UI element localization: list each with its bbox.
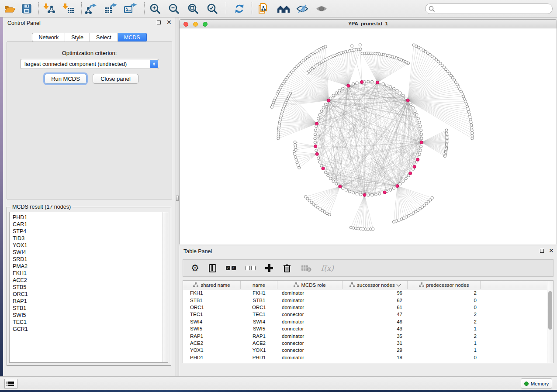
delete-column-icon[interactable] <box>283 262 291 274</box>
network-leaf-node[interactable] <box>297 164 299 166</box>
network-leaf-node[interactable] <box>294 146 297 148</box>
network-leaf-node[interactable] <box>270 106 273 108</box>
result-scrollbar[interactable] <box>162 212 168 362</box>
network-node[interactable] <box>318 113 321 116</box>
network-leaf-node[interactable] <box>277 137 280 140</box>
splitter-handle-icon[interactable] <box>176 196 179 201</box>
network-node[interactable] <box>314 129 317 131</box>
network-leaf-node[interactable] <box>359 44 361 46</box>
network-leaf-node[interactable] <box>306 72 308 74</box>
save-icon[interactable] <box>20 3 33 15</box>
tab-mcds[interactable]: MCDS <box>118 33 147 42</box>
network-leaf-node[interactable] <box>469 116 471 118</box>
network-leaf-node[interactable] <box>470 124 473 126</box>
mcds-hub-node[interactable] <box>347 84 350 87</box>
result-item[interactable]: TEC1 <box>10 319 168 326</box>
network-node[interactable] <box>315 149 318 152</box>
network-node[interactable] <box>335 182 338 185</box>
mcds-hub-node[interactable] <box>363 193 366 196</box>
network-node[interactable] <box>360 193 362 196</box>
zoom-out-icon[interactable] <box>167 3 180 15</box>
hide-details-icon[interactable] <box>296 3 309 15</box>
tab-style[interactable]: Style <box>65 33 90 42</box>
table-row[interactable]: ORC1ORC1dominator610 <box>183 304 553 311</box>
table-cell[interactable]: ACE2 <box>183 340 241 346</box>
result-item[interactable]: STB5 <box>10 284 168 291</box>
network-leaf-node[interactable] <box>471 134 474 137</box>
result-item[interactable]: PHD1 <box>10 214 168 221</box>
table-row[interactable]: PHD1PHD1dominator180 <box>183 354 553 361</box>
network-node[interactable] <box>402 94 405 97</box>
table-cell[interactable]: 35 <box>343 334 408 339</box>
table-cell[interactable]: YOX1 <box>183 347 241 353</box>
result-item[interactable]: SWI4 <box>10 249 168 256</box>
network-leaf-node[interactable] <box>294 144 297 146</box>
table-row[interactable]: ACE2ACE2connector311 <box>183 340 553 347</box>
network-leaf-node[interactable] <box>296 161 298 164</box>
mcds-hub-node[interactable] <box>383 191 386 194</box>
table-cell[interactable]: connector <box>277 347 343 353</box>
table-row[interactable]: SWI5SWI5connector431 <box>183 325 553 332</box>
export-table-icon[interactable] <box>104 3 117 15</box>
table-cell[interactable]: TEC1 <box>183 312 241 317</box>
network-node[interactable] <box>420 145 422 148</box>
table-cell[interactable]: 2 <box>408 312 481 317</box>
network-canvas[interactable] <box>180 28 557 244</box>
table-row[interactable]: TEC1TEC1connector472 <box>183 311 553 318</box>
tab-network[interactable]: Network <box>32 33 65 42</box>
table-row[interactable]: YOX1YOX1connector291 <box>183 347 553 354</box>
network-leaf-node[interactable] <box>465 103 467 105</box>
network-leaf-node[interactable] <box>398 219 400 221</box>
table-cell[interactable]: RAP1 <box>241 334 277 339</box>
table-cell[interactable]: ORC1 <box>183 305 241 310</box>
network-leaf-node[interactable] <box>372 228 374 230</box>
network-node[interactable] <box>324 103 327 106</box>
table-cell[interactable]: 1 <box>408 326 481 331</box>
mcds-hub-node[interactable] <box>409 172 412 175</box>
network-node[interactable] <box>378 193 381 195</box>
table-row[interactable]: RAP1RAP1dominator352 <box>183 332 553 339</box>
open-folder-icon[interactable] <box>3 3 17 15</box>
run-mcds-button[interactable]: Run MCDS <box>45 74 86 84</box>
network-node[interactable] <box>396 89 398 92</box>
mcds-hub-node[interactable] <box>406 99 409 102</box>
table-row[interactable]: SWI4SWI4dominator462 <box>183 318 553 325</box>
network-node[interactable] <box>318 161 321 163</box>
network-node[interactable] <box>332 180 335 182</box>
network-node[interactable] <box>324 171 327 174</box>
result-item[interactable]: ACE2 <box>10 277 168 284</box>
table-cell[interactable]: PHD1 <box>183 355 241 360</box>
network-node[interactable] <box>389 86 392 88</box>
network-node[interactable] <box>418 153 421 156</box>
table-cell[interactable]: RAP1 <box>183 334 241 339</box>
network-node[interactable] <box>386 84 388 86</box>
table-cell[interactable]: 61 <box>343 305 408 310</box>
network-node[interactable] <box>399 92 401 94</box>
float-window-icon[interactable] <box>157 21 161 24</box>
network-node[interactable] <box>420 137 423 140</box>
table-cell[interactable]: 1 <box>408 347 481 353</box>
network-leaf-node[interactable] <box>351 45 353 47</box>
network-leaf-node[interactable] <box>361 52 363 55</box>
import-table-icon[interactable] <box>62 3 75 15</box>
table-cell[interactable]: TEC1 <box>241 312 277 317</box>
table-cell[interactable]: dominator <box>277 298 343 303</box>
export-network-icon[interactable] <box>85 3 98 15</box>
network-node[interactable] <box>392 87 395 90</box>
tab-select[interactable]: Select <box>90 33 118 42</box>
network-node[interactable] <box>356 193 358 195</box>
network-node[interactable] <box>314 141 316 144</box>
task-history-button[interactable] <box>4 379 17 389</box>
table-cell[interactable]: 1 <box>408 340 481 346</box>
network-leaf-node[interactable] <box>464 100 467 103</box>
zoom-in-icon[interactable] <box>149 3 162 15</box>
close-panel-button[interactable]: Close panel <box>93 74 138 84</box>
network-node[interactable] <box>317 117 320 120</box>
network-leaf-node[interactable] <box>471 129 473 131</box>
network-leaf-node[interactable] <box>392 220 395 223</box>
network-node[interactable] <box>371 194 374 196</box>
result-item[interactable]: YOX1 <box>10 242 168 249</box>
network-node[interactable] <box>320 164 323 167</box>
table-cell[interactable]: connector <box>277 326 343 331</box>
network-node[interactable] <box>322 107 325 109</box>
